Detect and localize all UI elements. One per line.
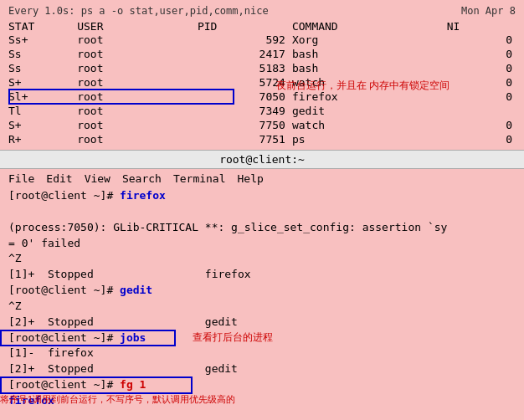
prompt: [root@client ~]# xyxy=(8,284,120,296)
table-row: Ss root 5183 bash 0 xyxy=(8,61,516,75)
cell-user: root xyxy=(77,132,198,146)
cell-user: root xyxy=(77,118,198,132)
terminal-line: ^Z xyxy=(8,251,516,267)
terminal-line: [root@client ~]# gedit xyxy=(8,283,516,299)
command-text: gedit xyxy=(120,284,152,296)
menu-item[interactable]: Terminal xyxy=(173,172,226,185)
cell-stat: Ss+ xyxy=(8,33,77,47)
cell-ni: 0 xyxy=(447,61,516,75)
cell-cmd: watch xyxy=(292,118,447,132)
menu-item[interactable]: View xyxy=(85,172,110,185)
cell-ni: 0 xyxy=(447,90,516,104)
cell-stat: S+ xyxy=(8,75,77,90)
ps-command: Every 1.0s: ps a -o stat,user,pid,comm,n… xyxy=(8,5,269,17)
prompt: [root@client ~]# xyxy=(8,331,120,344)
cell-cmd: bash xyxy=(292,61,447,75)
terminal-line: (process:7050): GLib-CRITICAL **: g_slic… xyxy=(8,220,516,236)
cell-stat: Ss xyxy=(8,47,77,61)
prompt: [root@client ~]# xyxy=(8,189,120,202)
menu-item[interactable]: Search xyxy=(122,172,162,185)
fg-command: fg 1 xyxy=(120,378,146,391)
top-terminal: Every 1.0s: ps a -o stat,user,pid,comm,n… xyxy=(0,0,524,150)
title-text: root@client:~ xyxy=(219,153,305,166)
cell-ni xyxy=(447,104,516,118)
table-row: Ss root 2417 bash 0 xyxy=(8,47,516,61)
menu-item[interactable]: Edit xyxy=(46,172,72,185)
cell-cmd: bash xyxy=(292,47,447,61)
cell-user: root xyxy=(77,75,198,90)
cell-user: root xyxy=(77,104,198,118)
command-text: firefox xyxy=(120,189,166,202)
cell-cmd: gedit xyxy=(292,104,447,118)
col-header-user: USER xyxy=(77,20,198,33)
terminal-line: ^Z xyxy=(8,299,516,315)
firefox-annotation: 夜前台运行，并且在 内存中有锁定空间 xyxy=(276,79,450,93)
cell-pid: 7751 xyxy=(198,132,292,146)
table-header: STAT USER PID COMMAND NI xyxy=(8,20,516,33)
cell-ni: 0 xyxy=(447,75,516,90)
table-row: S+ root 7750 watch 0 xyxy=(8,118,516,132)
terminal-output: [root@client ~]# firefox (process:7050):… xyxy=(8,188,516,409)
cell-pid: 2417 xyxy=(198,47,292,61)
cell-pid: 592 xyxy=(198,33,292,47)
title-bar: root@client:~ xyxy=(0,150,524,169)
terminal-line xyxy=(8,204,516,220)
cell-stat: Ss xyxy=(8,61,77,75)
col-header-ni: NI xyxy=(447,20,516,33)
col-header-stat: STAT xyxy=(8,20,77,33)
header-line: Every 1.0s: ps a -o stat,user,pid,comm,n… xyxy=(8,5,516,17)
cell-pid: 5183 xyxy=(198,61,292,75)
cell-cmd: Xorg xyxy=(292,33,447,47)
datetime: Mon Apr 8 xyxy=(461,5,516,17)
terminal-line: [2]+ Stopped gedit xyxy=(8,361,516,377)
cell-cmd: ps xyxy=(292,132,447,146)
menu-item[interactable]: Help xyxy=(238,172,264,185)
terminal-line: = 0' failed xyxy=(8,236,516,252)
cell-ni: 0 xyxy=(447,47,516,61)
menu-item[interactable]: File xyxy=(8,172,34,185)
jobs-command: jobs xyxy=(120,331,146,344)
cell-stat: S+ xyxy=(8,118,77,132)
terminal-line: [1]+ Stopped firefox xyxy=(8,267,516,283)
bottom-terminal: FileEditViewSearchTerminalHelp [root@cli… xyxy=(0,169,524,412)
table-row: R+ root 7751 ps 0 xyxy=(8,132,516,146)
cell-stat: R+ xyxy=(8,132,77,146)
cell-user: root xyxy=(77,90,198,104)
cell-user: root xyxy=(77,61,198,75)
terminal-line: [1]- firefox xyxy=(8,346,516,361)
terminal-line: [root@client ~]# fg 1 xyxy=(8,377,516,393)
cell-pid: 7750 xyxy=(198,118,292,132)
cell-user: root xyxy=(77,33,198,47)
cell-pid: 7349 xyxy=(198,104,292,118)
table-row: Tl root 7349 gedit xyxy=(8,104,516,118)
col-header-cmd: COMMAND xyxy=(292,20,447,33)
table-row: Ss+ root 592 Xorg 0 xyxy=(8,33,516,47)
cell-stat: Tl xyxy=(8,104,77,118)
prompt: [root@client ~]# xyxy=(8,378,120,391)
menu-bar: FileEditViewSearchTerminalHelp xyxy=(8,172,516,185)
jobs-annotation: 查看打后台的进程 xyxy=(193,330,273,345)
cell-stat: Sl+ xyxy=(8,90,77,104)
cell-user: root xyxy=(77,47,198,61)
terminal-line: [root@client ~]# firefox xyxy=(8,188,516,204)
cell-ni: 0 xyxy=(447,118,516,132)
cell-ni: 0 xyxy=(447,132,516,146)
cell-ni: 0 xyxy=(447,33,516,47)
fg-annotation: 将序号1调用到前台运行，不写序号，默认调用优先级高的 xyxy=(0,393,524,406)
terminal-line: [2]+ Stopped gedit xyxy=(8,315,516,330)
col-header-pid: PID xyxy=(198,20,292,33)
